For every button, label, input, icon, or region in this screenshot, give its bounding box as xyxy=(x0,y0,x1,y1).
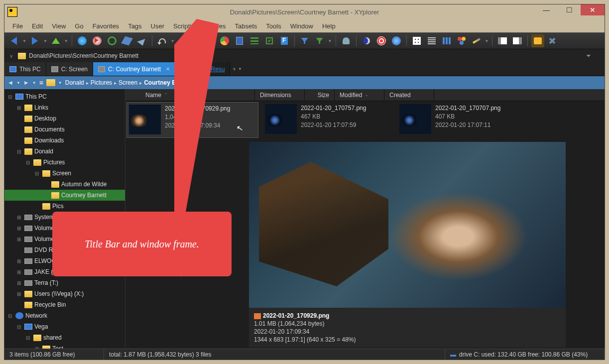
moon-icon[interactable] xyxy=(360,34,373,47)
tree-toggle-icon[interactable]: ⊞ xyxy=(15,291,22,297)
menu-icon[interactable]: ≡ xyxy=(39,79,43,87)
check-icon[interactable] xyxy=(263,34,276,47)
tree-toggle-icon[interactable]: ⊟ xyxy=(6,313,13,319)
find-icon[interactable] xyxy=(76,34,89,47)
tree-users-vega-x-[interactable]: ⊞Users (\\Vega) (X:) xyxy=(4,288,125,299)
back-small-icon[interactable]: ◄ xyxy=(7,79,13,86)
column-modified[interactable]: Modified⌄ xyxy=(335,89,384,101)
tree-documents[interactable]: Documents xyxy=(4,124,125,135)
tree-toggle-icon[interactable]: ⊞ xyxy=(15,215,22,220)
panel2-icon[interactable] xyxy=(511,34,524,47)
tree-test[interactable]: ⊞Test xyxy=(4,343,125,349)
column-created[interactable]: Created xyxy=(384,89,434,101)
menu-edit[interactable]: Edit xyxy=(28,21,47,31)
maximize-button[interactable]: ☐ xyxy=(558,4,581,15)
tree-toggle-icon[interactable]: ⊟ xyxy=(15,324,22,330)
tree-terra-t-[interactable]: ⊞Terra (T:) xyxy=(4,277,125,288)
back-button[interactable] xyxy=(7,34,20,47)
menu-tabsets[interactable]: Tabsets xyxy=(231,21,261,31)
tree-vega[interactable]: ⊟Vega xyxy=(4,321,125,332)
chevron-down-icon[interactable]: ∨ xyxy=(9,53,13,59)
tree-donald[interactable]: ⊟Donald xyxy=(4,146,125,157)
tree-toggle-icon[interactable]: ⊞ xyxy=(15,258,22,264)
menu-tags[interactable]: Tags xyxy=(124,21,145,31)
filter-f-icon[interactable]: F xyxy=(278,34,291,47)
tab-this-pc[interactable]: This PC xyxy=(4,62,46,76)
tree-recycle-bin[interactable]: Recycle Bin xyxy=(4,299,125,310)
fwd-small-icon[interactable]: ► xyxy=(23,79,29,86)
tree-pics[interactable]: Pics xyxy=(4,201,125,212)
chevron-right-icon[interactable]: ▸ xyxy=(137,80,144,86)
refresh-icon[interactable] xyxy=(106,34,119,47)
tree-toggle-icon[interactable]: ⊞ xyxy=(15,269,22,275)
forward-button[interactable] xyxy=(28,34,41,47)
filter-icon[interactable]: ⏷ xyxy=(586,52,592,59)
target-icon[interactable] xyxy=(375,34,388,47)
tree-downloads[interactable]: Downloads xyxy=(4,135,125,146)
bubbles-icon[interactable] xyxy=(455,34,468,47)
add-tab-button[interactable]: + ▼ xyxy=(230,62,244,76)
tree-courtney-barnett[interactable]: Courtney Barnett xyxy=(4,190,125,201)
tree-toggle-icon[interactable]: ⊟ xyxy=(33,171,40,176)
tree-toggle-icon[interactable]: ⊞ xyxy=(15,226,22,231)
preview-toggle-icon[interactable] xyxy=(531,34,544,47)
preview-image[interactable] xyxy=(249,142,566,308)
tree-toggle-icon[interactable]: ⊟ xyxy=(24,335,31,341)
menu-go[interactable]: Go xyxy=(71,21,87,31)
tree-toggle-icon[interactable]: ⊞ xyxy=(15,237,22,242)
tree-desktop[interactable]: Desktop xyxy=(4,113,125,124)
tree-shared[interactable]: ⊟shared xyxy=(4,332,125,343)
preview-icon[interactable] xyxy=(91,34,104,47)
menu-view[interactable]: View xyxy=(48,21,70,31)
tree-toggle-icon[interactable]: ⊟ xyxy=(24,160,31,165)
pie-icon[interactable] xyxy=(218,34,231,47)
column-size[interactable]: Size xyxy=(305,89,335,101)
tree-this-pc[interactable]: ⊟This PC xyxy=(4,91,125,102)
tree-pictures[interactable]: ⊟Pictures xyxy=(4,157,125,168)
menu-user[interactable]: User xyxy=(147,21,168,31)
funnel-icon[interactable] xyxy=(298,34,311,47)
title-bar[interactable]: Donald\Pictures\Screen\Courtney Barnett … xyxy=(4,4,605,19)
breadcrumb-donald[interactable]: Donald xyxy=(65,79,84,86)
chevron-right-icon[interactable]: ▸ xyxy=(84,80,91,86)
menu-tools[interactable]: Tools xyxy=(262,21,285,31)
breadcrumb-pictures[interactable]: Pictures xyxy=(91,79,112,86)
address-bar[interactable]: ∨ Donald\Pictures\Screen\Courtney Barnet… xyxy=(4,49,605,62)
details-icon[interactable] xyxy=(425,34,438,47)
tree-toggle-icon[interactable]: ⊞ xyxy=(15,280,22,286)
box-icon[interactable] xyxy=(121,34,133,47)
file-2022-01-20_170757.png[interactable]: 2022-01-20_170757.png467 KB2022-01-20 17… xyxy=(263,102,395,138)
file-2022-01-20_170707.png[interactable]: 2022-01-20_170707.png407 KB2022-01-20 17… xyxy=(397,102,529,138)
tree-screen[interactable]: ⊟Screen xyxy=(4,168,125,179)
columns-icon[interactable] xyxy=(440,34,453,47)
tree-icon[interactable] xyxy=(248,34,261,47)
blue-circ-icon[interactable] xyxy=(390,34,403,47)
up-button[interactable] xyxy=(49,34,62,47)
tree-toggle-icon[interactable]: ⊟ xyxy=(6,94,13,100)
chevron-right-icon[interactable]: ▸ xyxy=(112,80,119,86)
tab-c-courtney-barnett[interactable]: C: Courtney Barnett✕ xyxy=(93,62,175,76)
send-icon[interactable] xyxy=(135,34,148,47)
wand-icon[interactable] xyxy=(470,34,483,47)
tree-network[interactable]: ⊟Network xyxy=(4,310,125,321)
tab-c-screen[interactable]: C: Screen xyxy=(46,62,93,76)
tree-toggle-icon[interactable]: ⊞ xyxy=(15,105,22,111)
menu-favorites[interactable]: Favorites xyxy=(89,21,123,31)
ghost-icon[interactable] xyxy=(340,34,353,47)
menu-help[interactable]: Help xyxy=(318,21,340,31)
tools-icon[interactable] xyxy=(546,34,559,47)
funnel-green-icon[interactable] xyxy=(313,34,326,47)
column-dimensions[interactable]: Dimensions xyxy=(255,89,305,101)
folder-icon[interactable] xyxy=(46,79,55,86)
tree-autumn-de-wilde[interactable]: Autumn de Wilde xyxy=(4,179,125,190)
menu-file[interactable]: File xyxy=(8,21,27,31)
grid-icon[interactable] xyxy=(410,34,423,47)
undo-icon[interactable] xyxy=(156,34,169,47)
calc-icon[interactable] xyxy=(233,34,246,47)
tree-links[interactable]: ⊞Links xyxy=(4,102,125,113)
close-button[interactable]: ✕ xyxy=(581,4,605,15)
panel1-icon[interactable] xyxy=(496,34,509,47)
tree-toggle-icon[interactable]: ⊟ xyxy=(15,149,22,154)
menu-window[interactable]: Window xyxy=(286,21,317,31)
close-tab-icon[interactable]: ✕ xyxy=(166,66,170,72)
